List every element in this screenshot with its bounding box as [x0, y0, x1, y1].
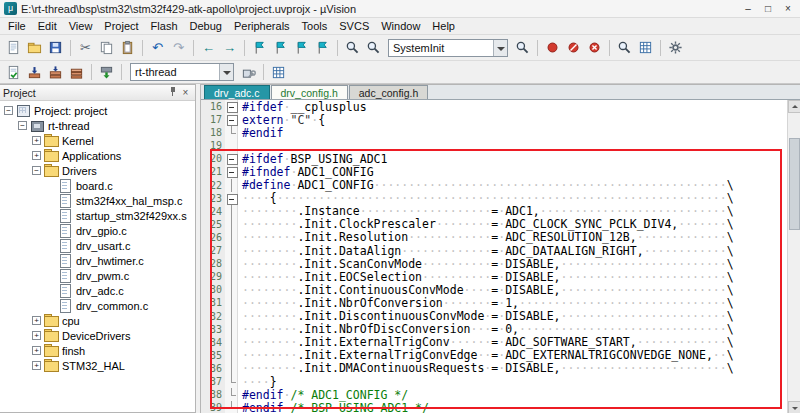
editor-vertical-scrollbar[interactable]	[787, 100, 800, 413]
menu-view[interactable]: View	[63, 18, 99, 34]
menu-project[interactable]: Project	[98, 18, 144, 34]
nav-back-icon[interactable]: ←	[199, 38, 218, 57]
close-button[interactable]: ×	[778, 3, 798, 14]
collapse-icon[interactable]: −	[18, 121, 27, 130]
tree-item-drv-gpio-c[interactable]: drv_gpio.c	[0, 223, 195, 238]
undo-icon[interactable]: ↶	[148, 38, 167, 57]
tree-item-drivers[interactable]: −Drivers	[0, 163, 195, 178]
expand-icon[interactable]: +	[32, 361, 41, 370]
open-file-icon[interactable]	[25, 38, 44, 57]
menu-help[interactable]: Help	[426, 18, 461, 34]
breakpoint-toggle-icon[interactable]	[543, 38, 562, 57]
chevron-down-icon[interactable]	[493, 40, 507, 56]
build-icon[interactable]	[25, 63, 44, 82]
pin-icon[interactable]	[166, 86, 179, 100]
target-options-icon[interactable]	[239, 63, 258, 82]
configure-icon[interactable]	[666, 38, 685, 57]
fold-margin	[225, 349, 238, 362]
tree-item-rt-thread[interactable]: −rt-thread	[0, 118, 195, 133]
tree-item-drv-hwtimer-c[interactable]: drv_hwtimer.c	[0, 253, 195, 268]
maximize-button[interactable]: □	[758, 3, 778, 14]
tree-item-project-project[interactable]: −Project: project	[0, 103, 195, 118]
scrollbar-thumb[interactable]	[789, 138, 800, 230]
function-combo-value: SystemInit	[389, 42, 493, 54]
tab-adc-config-h[interactable]: adc_config.h	[349, 85, 429, 99]
tree-item-kernel[interactable]: +Kernel	[0, 133, 195, 148]
target-combo[interactable]: rt-thread	[130, 63, 234, 81]
menu-tools[interactable]: Tools	[296, 18, 334, 34]
tab-drv-adc-c[interactable]: drv_adc.c	[204, 85, 270, 99]
tree-item-cpu[interactable]: +cpu	[0, 313, 195, 328]
flash-download-icon[interactable]	[97, 63, 116, 82]
tree-item-finsh[interactable]: +finsh	[0, 343, 195, 358]
expand-icon[interactable]: +	[32, 331, 41, 340]
memory-window-icon[interactable]	[636, 38, 655, 57]
code-text: ····}	[238, 375, 277, 389]
minimize-button[interactable]: –	[738, 3, 758, 14]
manage-components-icon[interactable]	[269, 63, 288, 82]
scroll-up-icon[interactable]	[788, 100, 800, 113]
scroll-down-icon[interactable]	[788, 401, 800, 413]
close-panel-icon[interactable]: ×	[179, 87, 192, 98]
fold-collapse-icon[interactable]	[225, 165, 238, 178]
menu-edit[interactable]: Edit	[32, 18, 63, 34]
editor: drv_adc.cdrv_config.hadc_config.h 16#ifd…	[200, 84, 800, 413]
tree-item-stm32f4xx-hal-msp-c[interactable]: stm32f4xx_hal_msp.c	[0, 193, 195, 208]
expand-icon[interactable]: +	[32, 151, 41, 160]
chevron-down-icon[interactable]	[219, 64, 233, 80]
menu-debug[interactable]: Debug	[184, 18, 228, 34]
fold-collapse-icon[interactable]	[225, 192, 238, 205]
menu-window[interactable]: Window	[375, 18, 426, 34]
expand-icon[interactable]: +	[32, 346, 41, 355]
tab-drv-config-h[interactable]: drv_config.h	[271, 85, 348, 99]
tree-item-drv-usart-c[interactable]: drv_usart.c	[0, 238, 195, 253]
line-number: 24	[201, 205, 225, 218]
menu-file[interactable]: File	[2, 18, 32, 34]
tree-item-startup-stm32f429xx-s[interactable]: startup_stm32f429xx.s	[0, 208, 195, 223]
bookmark-prev-icon[interactable]	[271, 38, 290, 57]
menu-flash[interactable]: Flash	[145, 18, 184, 34]
cut-icon[interactable]: ✂	[76, 38, 95, 57]
breakpoint-kill-icon[interactable]	[585, 38, 604, 57]
nav-forward-icon[interactable]: →	[220, 38, 239, 57]
tree-item-drv-pwm-c[interactable]: drv_pwm.c	[0, 268, 195, 283]
find-in-files-icon[interactable]	[364, 38, 383, 57]
translate-icon[interactable]	[4, 63, 23, 82]
debug-session-icon[interactable]	[615, 38, 634, 57]
tree-item-devicedrivers[interactable]: +DeviceDrivers	[0, 328, 195, 343]
redo-icon[interactable]: ↷	[169, 38, 188, 57]
tree-item-applications[interactable]: +Applications	[0, 148, 195, 163]
paste-icon[interactable]	[118, 38, 137, 57]
bookmark-next-icon[interactable]	[292, 38, 311, 57]
collapse-icon[interactable]: −	[4, 106, 13, 115]
collapse-icon[interactable]: −	[32, 166, 41, 175]
bookmark-toggle-icon[interactable]	[250, 38, 269, 57]
tree-item-drv-common-c[interactable]: drv_common.c	[0, 298, 195, 313]
new-file-icon[interactable]	[4, 38, 23, 57]
batch-build-icon[interactable]	[67, 63, 86, 82]
code-line: 38#endif·/* ADC1_CONFIG */	[201, 388, 787, 401]
breakpoint-disable-icon[interactable]	[564, 38, 583, 57]
expand-icon[interactable]: +	[32, 316, 41, 325]
search-dropdown-icon[interactable]	[513, 38, 532, 57]
tree-item-drv-adc-c[interactable]: drv_adc.c	[0, 283, 195, 298]
fold-collapse-icon[interactable]	[225, 152, 238, 165]
uvision-window: μ E:\rt-thread\bsp\stm32\stm32f429-atk-a…	[0, 0, 800, 413]
menu-peripherals[interactable]: Peripherals	[228, 18, 296, 34]
copy-icon[interactable]	[97, 38, 116, 57]
window-title: E:\rt-thread\bsp\stm32\stm32f429-atk-apo…	[21, 3, 738, 15]
menu-svcs[interactable]: SVCS	[333, 18, 375, 34]
tree-item-stm32-hal[interactable]: +STM32_HAL	[0, 358, 195, 373]
find-icon[interactable]	[343, 38, 362, 57]
line-number: 26	[201, 231, 225, 244]
expand-icon[interactable]: +	[32, 136, 41, 145]
tree-item-board-c[interactable]: board.c	[0, 178, 195, 193]
code-editor[interactable]: 16#ifdef·__cplusplus17extern·"C"·{18#end…	[201, 100, 787, 413]
fold-collapse-icon[interactable]	[225, 100, 238, 113]
fold-collapse-icon[interactable]	[225, 113, 238, 126]
rebuild-icon[interactable]	[46, 63, 65, 82]
save-icon[interactable]	[46, 38, 65, 57]
tree-item-label: Drivers	[62, 165, 97, 177]
bookmark-clear-icon[interactable]	[313, 38, 332, 57]
function-combo[interactable]: SystemInit	[388, 39, 508, 57]
